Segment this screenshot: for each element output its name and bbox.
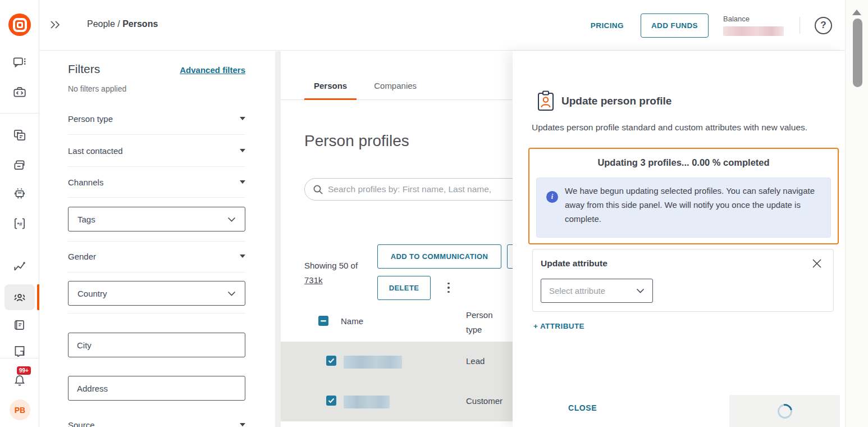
scrollbar-thumb[interactable] <box>853 19 862 87</box>
breadcrumb-separator: / <box>117 19 122 29</box>
clipboard-person-icon <box>536 90 555 112</box>
notification-badge: 99+ <box>17 366 31 375</box>
filter-gender[interactable]: Gender <box>68 248 245 265</box>
contact-book-icon[interactable] <box>12 318 27 333</box>
filter-tags-select[interactable]: Tags <box>68 207 245 231</box>
select-all-checkbox[interactable] <box>318 316 328 326</box>
icon-sidebar: *# 99+ PB <box>0 0 39 427</box>
close-icon[interactable] <box>812 258 822 269</box>
person-type-cell: Customer <box>466 396 502 406</box>
folders-icon[interactable] <box>12 158 27 172</box>
bell-icon[interactable] <box>12 373 27 388</box>
scroll-up-icon[interactable] <box>852 10 861 15</box>
tabbar: Persons Companies <box>281 51 528 100</box>
close-panel-button[interactable]: CLOSE <box>568 403 597 412</box>
info-message: We have begun updating selected profiles… <box>565 184 824 226</box>
total-count-link[interactable]: 731k <box>304 275 323 285</box>
advanced-filters-link[interactable]: Advanced filters <box>180 65 245 75</box>
submit-button-loading[interactable] <box>729 395 840 427</box>
header-divider <box>800 17 800 34</box>
column-header-name[interactable]: Name <box>341 316 363 326</box>
spinner <box>774 401 794 421</box>
redacted-name <box>344 396 390 408</box>
add-funds-button[interactable]: ADD FUNDS <box>641 13 709 38</box>
panel-scroll-gutter[interactable] <box>275 51 281 427</box>
app-window: People / Persons PRICING ADD FUNDS Balan… <box>0 0 868 427</box>
chatbot-icon[interactable] <box>12 187 27 201</box>
row-checkbox[interactable] <box>326 396 336 406</box>
conversations-icon[interactable] <box>12 128 27 143</box>
progress-title: Updating 3 profiles... 0.00 % completed <box>529 157 838 168</box>
filters-panel: Filters Advanced filters No filters appl… <box>39 51 275 427</box>
collapse-sidebar-icon[interactable] <box>49 20 61 30</box>
people-icon[interactable] <box>12 290 27 305</box>
help-icon[interactable]: ? <box>815 17 832 34</box>
chevron-down-icon <box>240 255 245 258</box>
chevron-down-icon <box>240 149 245 152</box>
select-attribute-dropdown[interactable]: Select attribute <box>541 279 653 303</box>
chevron-down-icon <box>240 180 245 184</box>
add-attribute-link[interactable]: + ATTRIBUTE <box>533 322 584 330</box>
forms-icon[interactable] <box>12 345 27 357</box>
chat-dots-icon[interactable] <box>12 55 27 70</box>
progress-highlight-box: Updating 3 profiles... 0.00 % completed … <box>528 148 839 244</box>
kebab-menu-icon[interactable] <box>444 280 454 296</box>
info-alert: i We have begun updating selected profil… <box>536 178 831 238</box>
add-to-communication-button[interactable]: ADD TO COMMUNICATION <box>377 244 501 269</box>
panel-title: Update person profile <box>561 95 671 107</box>
filters-title: Filters <box>68 62 100 76</box>
filter-source[interactable]: Source <box>68 416 245 427</box>
update-attribute-title: Update attribute <box>541 258 607 269</box>
balance-label: Balance <box>723 15 786 23</box>
filter-address-input[interactable] <box>68 376 245 401</box>
row-checkbox[interactable] <box>326 356 336 366</box>
page-title: Person profiles <box>304 132 409 150</box>
update-person-profile-panel: Update person profile Updates person pro… <box>513 51 845 427</box>
no-filters-text: No filters applied <box>68 84 126 93</box>
breadcrumb-section[interactable]: People <box>87 19 115 29</box>
redacted-name <box>344 356 402 369</box>
chevron-down-icon <box>636 288 645 293</box>
sidebar-divider <box>0 358 39 358</box>
chevron-down-icon <box>227 291 236 296</box>
chevron-down-icon <box>240 423 245 426</box>
filter-country-select[interactable]: Country <box>68 281 245 306</box>
search-input[interactable] <box>328 184 520 194</box>
chevron-down-icon <box>240 117 245 120</box>
user-avatar[interactable]: PB <box>10 399 30 420</box>
delete-button[interactable]: DELETE <box>377 276 431 300</box>
panel-description: Updates person profile standard and cust… <box>532 120 838 135</box>
selected-rows-block <box>281 342 528 421</box>
filter-person-type[interactable]: Person type <box>68 110 245 127</box>
profile-search <box>304 178 529 201</box>
svg-text:*#: *# <box>17 221 22 227</box>
infobip-logo[interactable] <box>8 13 31 36</box>
update-attribute-card: Update attribute Select attribute <box>532 249 834 312</box>
keypad-icon[interactable]: *# <box>12 216 27 231</box>
search-icon <box>313 184 323 195</box>
code-toolbox-icon[interactable] <box>12 85 27 99</box>
filter-channels[interactable]: Channels <box>68 174 245 190</box>
tab-persons[interactable]: Persons <box>304 81 357 99</box>
balance-widget: Balance <box>723 15 786 36</box>
analytics-icon[interactable] <box>12 259 27 274</box>
balance-amount-redacted <box>723 26 784 36</box>
chevron-down-icon <box>227 217 236 222</box>
page-scrollbar[interactable] <box>845 0 868 427</box>
filter-city-input[interactable] <box>68 333 245 357</box>
sidebar-divider <box>0 113 39 113</box>
showing-count: Showing 50 of 731k <box>304 258 358 287</box>
pricing-link[interactable]: PRICING <box>591 21 624 30</box>
filter-last-contacted[interactable]: Last contacted <box>68 142 245 159</box>
breadcrumb-current: Persons <box>122 19 158 29</box>
breadcrumb: People / Persons <box>87 19 158 29</box>
person-profiles-main: Persons Companies Person profiles Showin… <box>281 51 528 427</box>
sidebar-active-indicator <box>37 284 39 310</box>
tab-companies[interactable]: Companies <box>364 81 426 99</box>
column-header-person-type[interactable]: Person type <box>466 308 502 338</box>
person-type-cell: Lead <box>466 356 485 366</box>
top-header: People / Persons PRICING ADD FUNDS Balan… <box>39 0 868 51</box>
info-icon: i <box>546 191 558 203</box>
next-row-partial <box>281 421 528 427</box>
